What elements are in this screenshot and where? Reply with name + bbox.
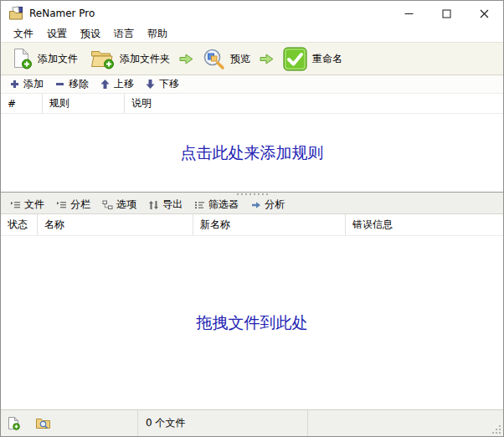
files-menu-button[interactable]: 文件 bbox=[4, 198, 50, 212]
flow-arrow-icon bbox=[250, 200, 261, 210]
list-menu-icon bbox=[10, 200, 21, 210]
remove-rule-label: 移除 bbox=[69, 77, 89, 91]
analyze-menu-button[interactable]: 分析 bbox=[244, 198, 291, 212]
rename-label: 重命名 bbox=[312, 52, 342, 66]
list-menu-icon bbox=[56, 200, 67, 210]
main-toolbar: 添加文件 添加文件夹 预览 bbox=[1, 42, 503, 75]
rules-toolbar: 添加 移除 上移 下移 bbox=[1, 75, 503, 94]
rules-table-header: # 规则 说明 bbox=[1, 94, 503, 114]
statusbar-browse-folder-button[interactable] bbox=[35, 417, 51, 430]
page-plus-icon bbox=[8, 416, 20, 430]
add-files-button[interactable]: 添加文件 bbox=[5, 43, 84, 75]
rename-button[interactable]: 重命名 bbox=[277, 43, 348, 75]
move-up-button[interactable]: 上移 bbox=[95, 77, 140, 91]
add-folders-label: 添加文件夹 bbox=[120, 52, 170, 66]
export-menu-button[interactable]: 导出 bbox=[142, 198, 188, 212]
plus-icon bbox=[10, 80, 19, 89]
magnifier-icon bbox=[203, 48, 225, 70]
rules-list-area[interactable]: 点击此处来添加规则 bbox=[1, 114, 503, 192]
close-icon bbox=[480, 9, 489, 18]
window-controls bbox=[390, 1, 503, 26]
app-icon bbox=[8, 6, 23, 21]
page-plus-icon bbox=[11, 48, 33, 69]
move-up-label: 上移 bbox=[114, 77, 134, 91]
preview-label: 预览 bbox=[230, 52, 250, 66]
preview-button[interactable]: 预览 bbox=[197, 43, 256, 75]
minimize-icon bbox=[404, 9, 414, 18]
add-rule-label: 添加 bbox=[23, 77, 44, 91]
title-bar: ReNamer Pro bbox=[1, 1, 503, 26]
menu-file[interactable]: 文件 bbox=[7, 27, 40, 41]
sort-arrows-icon bbox=[148, 200, 159, 210]
files-drop-area[interactable]: 拖拽文件到此处 bbox=[1, 236, 503, 409]
rules-column-rule[interactable]: 规则 bbox=[43, 94, 125, 113]
files-toolbar: 文件 分栏 选项 导出 筛选器 分析 bbox=[1, 196, 503, 214]
files-column-name[interactable]: 名称 bbox=[38, 214, 193, 235]
export-menu-label: 导出 bbox=[162, 198, 183, 212]
filter-list-icon bbox=[194, 200, 205, 210]
minus-icon bbox=[55, 80, 64, 89]
files-column-error[interactable]: 错误信息 bbox=[346, 214, 503, 235]
move-down-label: 下移 bbox=[159, 77, 179, 91]
files-column-newname[interactable]: 新名称 bbox=[193, 214, 346, 235]
menu-help[interactable]: 帮助 bbox=[141, 27, 174, 41]
green-check-icon bbox=[283, 47, 307, 71]
files-empty-hint: 拖拽文件到此处 bbox=[197, 312, 308, 334]
statusbar-spacer bbox=[308, 410, 503, 436]
folder-plus-icon bbox=[90, 48, 115, 69]
folder-search-icon bbox=[35, 417, 51, 430]
menu-language[interactable]: 语言 bbox=[107, 27, 141, 41]
remove-rule-button[interactable]: 移除 bbox=[49, 77, 95, 91]
options-menu-button[interactable]: 选项 bbox=[96, 198, 142, 212]
splitter-grip-icon bbox=[237, 193, 268, 195]
columns-menu-label: 分栏 bbox=[70, 198, 90, 212]
rules-column-number[interactable]: # bbox=[1, 94, 43, 113]
columns-menu-button[interactable]: 分栏 bbox=[50, 198, 96, 212]
menu-settings[interactable]: 设置 bbox=[40, 27, 74, 41]
rules-empty-hint[interactable]: 点击此处来添加规则 bbox=[181, 142, 324, 164]
close-button[interactable] bbox=[465, 1, 503, 26]
menu-presets[interactable]: 预设 bbox=[74, 27, 107, 41]
add-rule-button[interactable]: 添加 bbox=[4, 77, 49, 91]
move-down-button[interactable]: 下移 bbox=[140, 77, 185, 91]
statusbar-actions bbox=[1, 410, 138, 436]
analyze-menu-label: 分析 bbox=[265, 198, 285, 212]
green-right-arrow-icon bbox=[179, 53, 193, 65]
minimize-button[interactable] bbox=[390, 1, 428, 26]
files-menu-label: 文件 bbox=[24, 198, 44, 212]
rules-column-description[interactable]: 说明 bbox=[125, 94, 503, 113]
status-bar: 0 个文件 bbox=[1, 409, 503, 436]
options-menu-label: 选项 bbox=[116, 198, 136, 212]
statusbar-add-file-button[interactable] bbox=[8, 416, 20, 430]
maximize-icon bbox=[442, 9, 451, 18]
files-table-header: 状态 名称 新名称 错误信息 bbox=[1, 214, 503, 236]
resize-grip-icon[interactable] bbox=[492, 425, 501, 434]
add-files-label: 添加文件 bbox=[38, 52, 78, 66]
renamer-pro-window: ReNamer Pro 文件 设置 预设 语言 帮助 bbox=[0, 0, 504, 437]
add-folders-button[interactable]: 添加文件夹 bbox=[84, 43, 176, 75]
window-title: ReNamer Pro bbox=[29, 8, 95, 19]
files-column-status[interactable]: 状态 bbox=[1, 214, 38, 235]
nodes-icon bbox=[102, 200, 113, 210]
menu-bar: 文件 设置 预设 语言 帮助 bbox=[1, 26, 503, 42]
arrow-up-icon bbox=[100, 80, 110, 89]
filters-menu-button[interactable]: 筛选器 bbox=[188, 198, 244, 212]
statusbar-file-count: 0 个文件 bbox=[138, 410, 308, 436]
green-right-arrow-icon bbox=[260, 53, 274, 65]
maximize-button[interactable] bbox=[428, 1, 465, 26]
arrow-down-icon bbox=[146, 80, 155, 89]
filters-menu-label: 筛选器 bbox=[208, 198, 239, 212]
